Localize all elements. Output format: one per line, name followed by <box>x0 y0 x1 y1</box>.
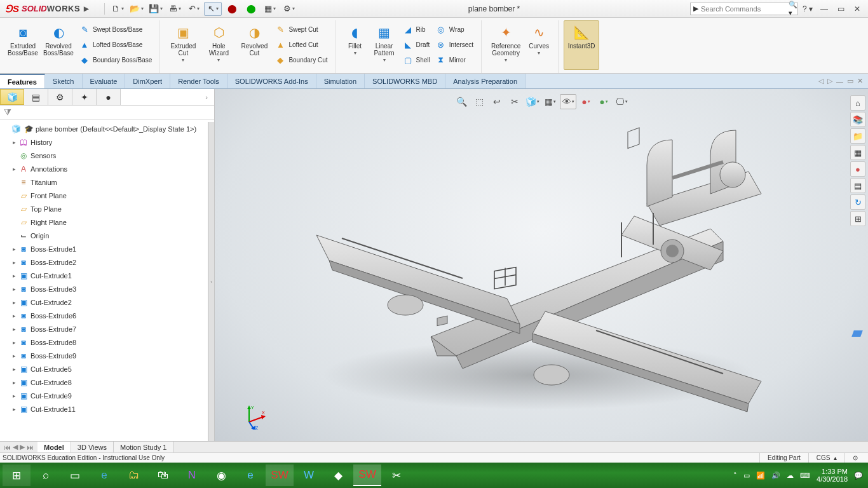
extruded-cut-button[interactable]: ▣Extruded Cut▾ <box>165 20 201 70</box>
tab-mbd[interactable]: SOLIDWORKS MBD <box>365 74 445 88</box>
draft-button[interactable]: ◣Draft <box>400 37 433 52</box>
tray-battery-icon[interactable]: ▭ <box>743 471 750 480</box>
open-button[interactable]: 📂 <box>128 2 146 16</box>
viewport-3d[interactable]: 🔍 ⬚ ↩ ✂ 🧊 ▦ 👁 ● ● 🖵 ⌂ 📚 📁 ▦ ● ▤ ↻ ⊞ <box>215 89 868 441</box>
tree-cut-extrude1[interactable]: ▸▣Cut-Extrude1 <box>0 269 214 282</box>
zoom-fit-icon[interactable]: 🔍 <box>453 94 470 109</box>
doc-min-icon[interactable]: — <box>836 78 843 85</box>
file-props-button[interactable]: ▦ <box>261 2 279 16</box>
boundary-boss-button[interactable]: ◆Boundary Boss/Base <box>76 52 154 67</box>
task-explorer-icon[interactable]: 🗂 <box>119 464 147 486</box>
section-view-icon[interactable]: ✂ <box>506 94 523 109</box>
task-view-icon[interactable]: ▭ <box>61 464 89 486</box>
nav-first-icon[interactable]: ⏮ <box>4 444 11 451</box>
tree-cut-extrude5[interactable]: ▸▣Cut-Extrude5 <box>0 362 214 376</box>
tree-boss-extrude9[interactable]: ▸◙Boss-Extrude9 <box>0 349 214 362</box>
restore-button[interactable]: ▭ <box>834 3 848 15</box>
bottom-tab-motion[interactable]: Motion Study 1 <box>114 442 173 452</box>
next-doc-icon[interactable]: ▷ <box>827 77 832 85</box>
minimize-button[interactable]: — <box>817 3 831 15</box>
edit-appearance-icon[interactable]: ● <box>578 94 594 109</box>
tree-right-plane[interactable]: ▱Right Plane <box>0 215 214 229</box>
save-button[interactable]: 💾 <box>147 2 165 16</box>
new-button[interactable]: 🗋 <box>109 2 126 16</box>
bottom-tab-3dviews[interactable]: 3D Views <box>71 442 114 452</box>
panel-expand-icon[interactable]: › <box>199 89 214 105</box>
resources-tab[interactable]: ⌂ <box>850 95 865 111</box>
tree-boss-extrude2[interactable]: ▸◙Boss-Extrude2 <box>0 255 214 269</box>
tree-boss-extrude1[interactable]: ▸◙Boss-Extrude1 <box>0 242 214 255</box>
tree-cut-extrude11[interactable]: ▸▣Cut-Extrude11 <box>0 402 214 416</box>
tray-wifi-icon[interactable]: 📶 <box>756 471 765 480</box>
file-explorer-tab[interactable]: 📁 <box>850 128 865 144</box>
nav-last-icon[interactable]: ⏭ <box>27 444 34 451</box>
tab-addins[interactable]: SOLIDWORKS Add-Ins <box>227 74 316 88</box>
view-settings-icon[interactable]: 🖵 <box>613 94 630 109</box>
close-button[interactable]: ✕ <box>850 3 864 15</box>
design-library-tab[interactable]: 📚 <box>850 112 865 127</box>
ref-geometry-button[interactable]: ✦Reference Geometry▾ <box>487 20 525 70</box>
task-chrome-icon[interactable]: ◉ <box>207 464 235 486</box>
task-sw2017-icon[interactable]: SW <box>353 464 381 486</box>
logo-dropdown-icon[interactable]: ▶ <box>84 5 89 12</box>
swept-cut-button[interactable]: ✎Swept Cut <box>272 22 330 37</box>
task-store-icon[interactable]: 🛍 <box>149 464 177 486</box>
select-button[interactable]: ↖ <box>204 2 222 16</box>
display-manager-tab[interactable]: ● <box>97 89 121 105</box>
tree-cut-extrude9[interactable]: ▸▣Cut-Extrude9 <box>0 389 214 402</box>
tree-boss-extrude3[interactable]: ▸◙Boss-Extrude3 <box>0 282 214 295</box>
tab-evaluate[interactable]: Evaluate <box>83 74 126 88</box>
feature-tree[interactable]: 🧊🎓plane bomber (Default<<Default>_Displa… <box>0 119 214 441</box>
task-edge-icon[interactable]: e <box>90 464 118 486</box>
zoom-area-icon[interactable]: ⬚ <box>471 94 487 109</box>
prev-view-icon[interactable]: ↩ <box>489 94 505 109</box>
search-icon[interactable]: 🔍▾ <box>789 1 797 17</box>
tray-onedrive-icon[interactable]: ☁ <box>787 471 794 480</box>
custom-props-tab[interactable]: ▤ <box>850 178 865 193</box>
tab-simulation[interactable]: Simulation <box>316 74 365 88</box>
curves-button[interactable]: ∿Curves▾ <box>525 20 553 70</box>
intersect-button[interactable]: ⊗Intersect <box>433 37 476 52</box>
shell-button[interactable]: ▢Shell <box>400 52 433 67</box>
mirror-button[interactable]: ⧗Mirror <box>433 52 476 67</box>
tree-history[interactable]: ▸🕮History <box>0 135 214 149</box>
linear-pattern-button[interactable]: ▦Linear Pattern▾ <box>369 20 400 70</box>
tree-origin[interactable]: ⌙Origin <box>0 229 214 242</box>
options-button[interactable]: ⚙ <box>280 2 298 16</box>
hole-wizard-button[interactable]: ⬡Hole Wizard▾ <box>201 20 236 70</box>
forum-tab[interactable]: ↻ <box>850 194 865 210</box>
tab-render[interactable]: Render Tools <box>170 74 227 88</box>
rib-button[interactable]: ◢Rib <box>400 22 433 37</box>
prev-doc-icon[interactable]: ◁ <box>818 77 824 85</box>
extruded-boss-button[interactable]: ◙Extruded Boss/Base <box>5 20 41 70</box>
task-snip-icon[interactable]: ✂ <box>383 464 410 486</box>
task-ie-icon[interactable]: e <box>236 464 264 486</box>
appearances-tab[interactable]: ● <box>850 161 865 177</box>
task-sw-icon[interactable]: SW <box>266 464 294 486</box>
tree-filter[interactable]: ⧩ <box>0 105 214 119</box>
last-tab[interactable]: ⊞ <box>850 211 865 226</box>
tab-analysis[interactable]: Analysis Preparation <box>445 74 526 88</box>
tab-sketch[interactable]: Sketch <box>45 74 83 88</box>
dimxpert-manager-tab[interactable]: ✦ <box>72 89 97 105</box>
revolved-boss-button[interactable]: ◐Revolved Boss/Base <box>41 20 76 70</box>
tree-cut-extrude2[interactable]: ▸▣Cut-Extrude2 <box>0 295 214 309</box>
fillet-button[interactable]: ◖Fillet▾ <box>341 20 369 70</box>
lofted-cut-button[interactable]: ▲Lofted Cut <box>272 37 330 52</box>
doc-max-icon[interactable]: ▭ <box>847 77 853 85</box>
property-manager-tab[interactable]: ▤ <box>24 89 48 105</box>
boundary-cut-button[interactable]: ◆Boundary Cut <box>272 52 330 67</box>
revolved-cut-button[interactable]: ◑Revolved Cut <box>236 20 272 70</box>
instant3d-button[interactable]: 📐Instant3D <box>564 20 599 70</box>
display-style-icon[interactable]: ▦ <box>542 94 559 109</box>
tree-cut-extrude8[interactable]: ▸▣Cut-Extrude8 <box>0 376 214 389</box>
bottom-tab-model[interactable]: Model <box>37 442 71 452</box>
tree-root[interactable]: 🧊🎓plane bomber (Default<<Default>_Displa… <box>0 122 214 135</box>
print-button[interactable]: 🖶 <box>166 2 184 16</box>
hide-show-icon[interactable]: 👁 <box>560 94 576 109</box>
tree-boss-extrude8[interactable]: ▸◙Boss-Extrude8 <box>0 336 214 349</box>
lofted-boss-button[interactable]: ▲Lofted Boss/Base <box>76 37 154 52</box>
search-commands[interactable]: ▶ 🔍▾ <box>690 3 798 15</box>
tree-boss-extrude6[interactable]: ▸◙Boss-Extrude6 <box>0 309 214 322</box>
apply-scene-icon[interactable]: ● <box>595 94 612 109</box>
